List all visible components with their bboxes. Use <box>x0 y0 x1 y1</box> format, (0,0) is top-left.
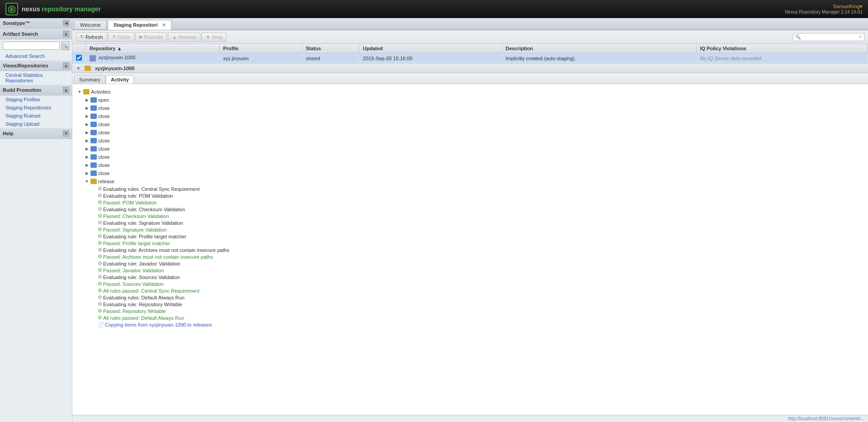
col-updated[interactable]: Updated <box>359 44 502 53</box>
logo-text: nexus repository manager <box>22 5 101 13</box>
detail-panel: ▼ xyzjinyuxin-1000 Summary Activity ▼ <box>72 64 868 422</box>
col-status[interactable]: Status <box>302 44 359 53</box>
user-info: SamuelKing▾ Nexus Repository Manager 2.1… <box>785 4 863 14</box>
tab-close-icon[interactable]: ✕ <box>162 23 166 28</box>
repo-table-area: Repository ▲ Profile Status Updated Desc… <box>72 44 868 64</box>
release-item-12: ⚙ Passed: Javadoc Validation <box>76 267 864 274</box>
central-stats-link[interactable]: Central Statistics Repositories <box>0 71 72 85</box>
release-item-9: ⚙ Evaluating rule: Archives must not con… <box>76 247 864 253</box>
row-iq-policy: No IQ Server data recorded <box>696 53 868 63</box>
sonatype-label: Sonatype™ <box>3 20 30 26</box>
tree-node-close-7: ▶close <box>76 153 864 161</box>
tree-node-close-1: ▶close <box>76 104 864 112</box>
logo-area: nexus repository manager <box>5 3 101 15</box>
drop-button[interactable]: ▼ Drop <box>201 33 227 42</box>
activity-content: ▼ Activities ▶ open ▶close ▶close ▶close… <box>72 84 868 415</box>
help-section: Help ▼ <box>0 128 72 139</box>
release-item-13: ⚙ Evaluating rule: Sources Validation <box>76 274 864 280</box>
tab-welcome[interactable]: Welcome <box>74 20 107 29</box>
search-icon: 🔍 <box>795 34 801 39</box>
sidebar: Sonatype™ ◀ Artifact Search ▲ 🔍 Advanced… <box>0 18 72 422</box>
tab-staging-repo[interactable]: Staging Repositori ✕ <box>108 20 171 30</box>
advanced-search-link[interactable]: Advanced Search <box>0 52 72 60</box>
sub-tab-bar: Summary Activity <box>72 73 868 84</box>
col-profile[interactable]: Profile <box>219 44 302 53</box>
detail-expand-icon[interactable]: ▼ <box>76 66 81 71</box>
sub-tab-summary[interactable]: Summary <box>74 75 105 84</box>
views-repos-toggle[interactable]: ▲ <box>63 62 69 69</box>
release-item-16: ⚙ Evaluating rules: Default Always Run <box>76 294 864 301</box>
root-expander[interactable]: ▼ <box>76 88 83 95</box>
release-expander[interactable]: ▼ <box>83 178 90 185</box>
staging-upload-link[interactable]: Staging Upload <box>0 120 72 128</box>
artifact-search-section: Artifact Search ▲ <box>0 28 72 39</box>
release-item-10: ⚙ Passed: Archives must not contain inse… <box>76 253 864 260</box>
repo-icon <box>90 55 96 62</box>
tree-node-release: ▼ release <box>76 177 864 185</box>
col-repository[interactable]: Repository ▲ <box>86 44 219 53</box>
username[interactable]: SamuelKing▾ <box>785 4 863 9</box>
tree-node-open: ▶ open <box>76 96 864 104</box>
detail-header: ▼ xyzjinyuxin-1000 <box>72 64 868 73</box>
release-button[interactable]: ▲ Release <box>168 33 200 42</box>
views-repos-section: Views/Repositories ▲ <box>0 60 72 71</box>
help-toggle[interactable]: ▼ <box>63 130 69 137</box>
sub-tab-activity[interactable]: Activity <box>106 75 134 84</box>
staging-ruleset-link[interactable]: Staging Ruleset <box>0 112 72 120</box>
main-layout: Sonatype™ ◀ Artifact Search ▲ 🔍 Advanced… <box>0 18 868 422</box>
detail-title: xyzjinyuxin-1000 <box>95 66 134 71</box>
build-promotion-toggle[interactable]: ▲ <box>63 87 69 93</box>
col-description[interactable]: Description <box>502 44 696 53</box>
top-header: nexus repository manager SamuelKing▾ Nex… <box>0 0 868 18</box>
toolbar-search-input[interactable]: xyz <box>802 34 857 40</box>
release-item-11: ⚙ Evaluating rule: Javadoc Validation <box>76 260 864 267</box>
artifact-search-row: 🔍 <box>0 39 72 52</box>
release-item-4: ⚙ Passed: Checksum Validation <box>76 213 864 219</box>
release-item-8: ⚙ Passed: Profile target matcher <box>76 240 864 247</box>
table-row[interactable]: xyzjinyuxin-1000 xyz.jinyuxin closed 201… <box>72 53 868 63</box>
row-profile: xyz.jinyuxin <box>219 53 302 63</box>
tree-node-close-4: ▶close <box>76 128 864 137</box>
tree-root-activities: ▼ Activities <box>76 88 864 96</box>
release-item-20: 📄 Copying items from xyzjinyuxin-1000 to… <box>76 321 864 328</box>
col-checkbox <box>72 44 86 53</box>
tree-node-close-3: ▶close <box>76 120 864 128</box>
release-item-0: ⚙ Evaluating rules: Central Sync Require… <box>76 185 864 192</box>
row-updated: 2019-Sep-20 15:16:00 <box>359 53 502 63</box>
sonatype-toggle[interactable]: ◀ <box>63 20 69 26</box>
release-item-14: ⚙ Passed: Sources Validation <box>76 280 864 287</box>
staging-profiles-link[interactable]: Staging Profiles <box>0 95 72 104</box>
staging-repos-link[interactable]: Staging Repositories <box>0 104 72 112</box>
artifact-search-input[interactable] <box>3 42 60 50</box>
views-repos-label: Views/Repositories <box>3 63 48 68</box>
status-bar: http://localhost:8081/nexus/content/r... <box>72 415 868 422</box>
promote-button[interactable]: ▶ Promote <box>135 32 167 42</box>
open-expander[interactable]: ▶ <box>83 96 90 104</box>
close-button[interactable]: ✕ Close <box>108 32 134 42</box>
drop-icon: ▼ <box>205 34 210 40</box>
release-icon: ▲ <box>172 34 177 40</box>
repo-table: Repository ▲ Profile Status Updated Desc… <box>72 44 868 63</box>
row-description: Implicitly created (auto staging). <box>502 53 696 63</box>
search-clear-icon[interactable]: ✕ <box>859 34 862 39</box>
release-item-15: ⚙ All rules passed: Central Sync Require… <box>76 287 864 294</box>
tab-bar: Welcome Staging Repositori ✕ <box>72 18 868 30</box>
close-icon: ✕ <box>112 34 116 40</box>
release-item-2: ⚙ Passed: POM Validation <box>76 199 864 206</box>
help-label: Help <box>3 131 14 136</box>
toolbar-search-area: 🔍 xyz ✕ <box>793 33 864 41</box>
refresh-button[interactable]: ↻ Refresh <box>76 32 107 42</box>
nexus-logo-icon <box>5 3 18 15</box>
tree-node-close-8: ▶close <box>76 161 864 169</box>
artifact-search-toggle[interactable]: ▲ <box>63 31 69 37</box>
col-iq-policy[interactable]: IQ Policy Violations <box>696 44 868 53</box>
content-area: Welcome Staging Repositori ✕ ↻ Refresh ✕… <box>72 18 868 422</box>
svg-marker-1 <box>10 7 14 12</box>
artifact-search-button[interactable]: 🔍 <box>62 41 69 50</box>
row-checkbox[interactable] <box>72 53 86 63</box>
release-item-7: ⚙ Evaluating rule: Profile target matche… <box>76 233 864 240</box>
app-version: Nexus Repository Manager 2.14.14-01 <box>785 9 863 14</box>
build-promotion-label: Build Promotion <box>3 87 42 93</box>
row-check-input[interactable] <box>76 55 82 61</box>
tree-node-close-9: ▶close <box>76 169 864 177</box>
